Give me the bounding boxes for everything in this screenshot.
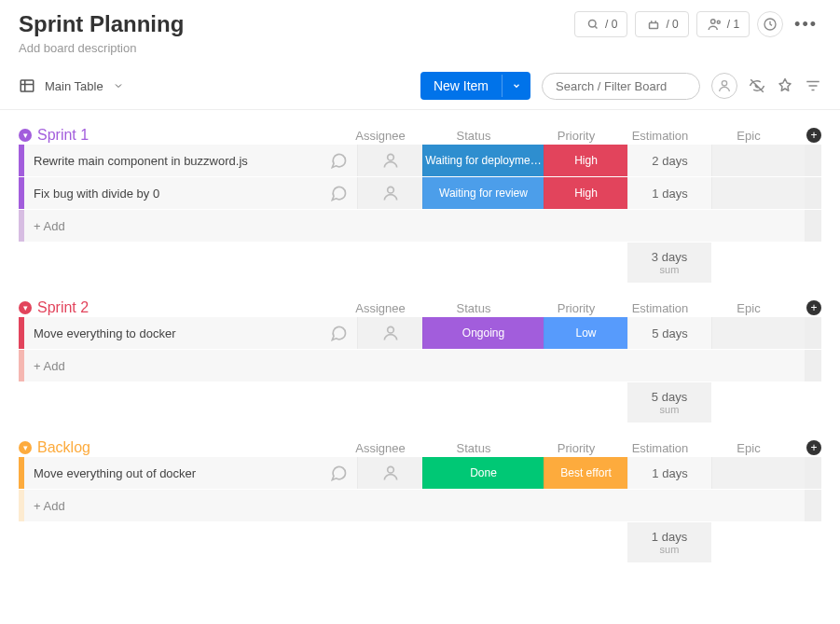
item-name[interactable]: Fix bug with divide by 0 <box>24 177 320 209</box>
item-name[interactable]: Rewrite main component in buzzword.js <box>24 145 320 176</box>
sum-label: sum <box>627 264 711 275</box>
assignee-cell[interactable] <box>357 457 422 489</box>
sum-box: 3 days sum <box>627 243 711 283</box>
col-epic[interactable]: Epic <box>702 129 795 143</box>
add-row[interactable]: + Add <box>19 350 821 381</box>
section-sum: 1 days sum <box>19 522 821 562</box>
collapse-icon[interactable]: ▾ <box>19 301 32 314</box>
col-priority[interactable]: Priority <box>534 129 618 143</box>
sum-box: 5 days sum <box>627 382 711 423</box>
estimation-cell[interactable]: 1 days <box>627 457 711 489</box>
estimation-cell[interactable]: 5 days <box>627 317 711 349</box>
section-name: Sprint 1 <box>37 127 89 144</box>
chat-icon[interactable] <box>320 457 357 489</box>
pin-icon[interactable] <box>777 77 793 94</box>
table-row: Move everything to docker Ongoing Low 5 … <box>19 317 821 349</box>
add-row[interactable]: + Add <box>19 490 821 521</box>
epic-cell[interactable] <box>711 145 805 176</box>
chat-icon[interactable] <box>320 317 357 349</box>
assignee-cell[interactable] <box>357 177 422 209</box>
priority-cell[interactable]: High <box>544 177 627 209</box>
header-tools: / 0 / 0 / 1 ••• <box>574 11 821 37</box>
item-name[interactable]: Move everything to docker <box>24 317 320 349</box>
col-status[interactable]: Status <box>413 129 534 143</box>
epic-cell[interactable] <box>711 317 805 349</box>
view-switcher[interactable]: Main Table <box>19 77 124 94</box>
automations-badge[interactable]: / 0 <box>574 11 627 37</box>
svg-rect-1 <box>650 23 658 29</box>
new-item-label: New Item <box>420 72 502 100</box>
col-priority[interactable]: Priority <box>534 441 618 455</box>
priority-cell[interactable]: High <box>544 145 627 176</box>
epic-cell[interactable] <box>711 457 805 489</box>
status-cell[interactable]: Waiting for deployme… <box>422 145 544 176</box>
col-estimation[interactable]: Estimation <box>618 441 702 455</box>
estimation-cell[interactable]: 2 days <box>627 145 711 176</box>
svg-point-6 <box>722 81 726 86</box>
badge-text: / 0 <box>605 18 617 31</box>
col-estimation[interactable]: Estimation <box>618 301 702 315</box>
more-icon[interactable]: ••• <box>791 15 821 35</box>
section-name: Sprint 2 <box>37 299 89 316</box>
activity-icon[interactable] <box>757 11 783 37</box>
new-item-dropdown[interactable] <box>502 75 530 97</box>
item-name[interactable]: Move everything out of docker <box>24 457 320 489</box>
new-item-button[interactable]: New Item <box>420 72 530 100</box>
col-epic[interactable]: Epic <box>702 301 795 315</box>
col-assignee[interactable]: Assignee <box>348 301 413 315</box>
epic-cell[interactable] <box>711 177 805 209</box>
status-cell[interactable]: Ongoing <box>422 317 544 349</box>
assignee-cell[interactable] <box>357 317 422 349</box>
priority-cell[interactable]: Best effort <box>544 457 627 489</box>
col-status[interactable]: Status <box>413 441 534 455</box>
integrations-badge[interactable]: / 0 <box>635 11 688 37</box>
board-description[interactable]: Add board description <box>19 41 821 55</box>
view-label: Main Table <box>45 79 103 93</box>
section-header: ▾ Sprint 2 Assignee Status Priority Esti… <box>19 299 821 316</box>
col-estimation[interactable]: Estimation <box>618 129 702 143</box>
col-epic[interactable]: Epic <box>702 441 795 455</box>
filter-icon[interactable] <box>805 77 821 94</box>
section-title[interactable]: ▾ Sprint 1 <box>19 127 89 144</box>
priority-cell[interactable]: Low <box>544 317 627 349</box>
collapse-icon[interactable]: ▾ <box>19 129 32 142</box>
person-filter[interactable] <box>711 73 737 99</box>
collapse-icon[interactable]: ▾ <box>19 441 32 454</box>
hide-icon[interactable] <box>749 77 765 94</box>
add-column[interactable]: + <box>795 128 821 143</box>
svg-point-2 <box>710 20 715 24</box>
section-title[interactable]: ▾ Backlog <box>19 439 90 456</box>
section: ▾ Sprint 1 Assignee Status Priority Esti… <box>0 110 840 283</box>
sum-value: 5 days <box>627 390 711 404</box>
chat-icon[interactable] <box>320 177 357 209</box>
table-row: Move everything out of docker Done Best … <box>19 457 821 489</box>
col-assignee[interactable]: Assignee <box>348 129 413 143</box>
status-cell[interactable]: Waiting for review <box>422 177 544 209</box>
add-item-label[interactable]: + Add <box>24 350 805 381</box>
chevron-down-icon <box>113 80 124 91</box>
table-row: Rewrite main component in buzzword.js Wa… <box>19 145 821 176</box>
svg-point-8 <box>387 187 393 193</box>
row-end <box>805 177 821 209</box>
col-status[interactable]: Status <box>413 301 534 315</box>
section-header: ▾ Sprint 1 Assignee Status Priority Esti… <box>19 127 821 144</box>
add-column[interactable]: + <box>795 300 821 315</box>
chat-icon[interactable] <box>320 145 357 176</box>
add-column[interactable]: + <box>795 440 821 455</box>
add-item-label[interactable]: + Add <box>24 210 805 242</box>
add-item-label[interactable]: + Add <box>24 490 805 521</box>
board-title[interactable]: Sprint Planning <box>19 11 184 37</box>
assignee-cell[interactable] <box>357 145 422 176</box>
members-badge[interactable]: / 1 <box>696 11 750 37</box>
svg-rect-5 <box>21 80 34 91</box>
search-input[interactable] <box>542 73 700 100</box>
estimation-cell[interactable]: 1 days <box>627 177 711 209</box>
add-row[interactable]: + Add <box>19 210 821 242</box>
col-assignee[interactable]: Assignee <box>348 441 413 455</box>
col-priority[interactable]: Priority <box>534 301 618 315</box>
status-cell[interactable]: Done <box>422 457 544 489</box>
svg-point-10 <box>387 466 393 473</box>
svg-point-3 <box>717 21 720 23</box>
section-sum: 5 days sum <box>19 382 821 423</box>
section-title[interactable]: ▾ Sprint 2 <box>19 299 89 316</box>
